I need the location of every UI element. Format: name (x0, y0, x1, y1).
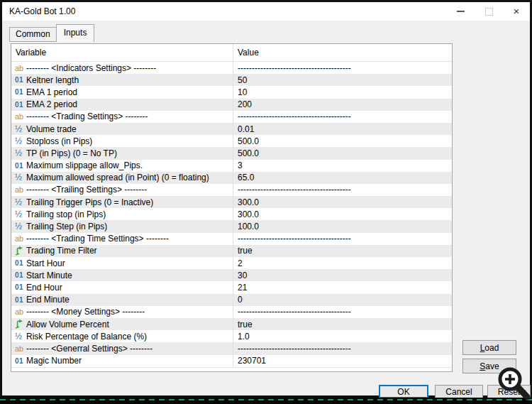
column-header-value[interactable]: Value (233, 44, 452, 61)
table-row[interactable]: 01 EMA 1 period 10 (11, 86, 452, 98)
table-row[interactable]: ½ Stoploss (in Pips) 500.0 (11, 135, 452, 147)
variable-value[interactable]: 500.0 (233, 147, 452, 159)
table-row[interactable]: 01 Magic Number 230701 (11, 355, 452, 367)
variable-value[interactable]: 0 (233, 294, 452, 306)
variable-value[interactable]: 300.0 (233, 208, 452, 220)
variable-cell[interactable]: ½ Trailing Step (in Pips) (11, 220, 233, 232)
variable-value[interactable]: 1.0 (233, 330, 452, 342)
variable-cell[interactable]: 01 Magic Number (11, 355, 233, 367)
variable-cell[interactable]: 01 Start Minute (11, 269, 233, 281)
variable-value[interactable]: ---------------------------------------- (233, 111, 452, 123)
table-row[interactable]: ½ TP (in Pips) (0 = No TP) 500.0 (11, 147, 452, 159)
string-type-icon: ab (15, 307, 26, 316)
table-row[interactable]: Allow Volume Percent true (11, 318, 452, 330)
variable-cell[interactable]: ½ TP (in Pips) (0 = No TP) (11, 147, 233, 159)
variable-value[interactable]: 10 (233, 86, 452, 98)
string-type-icon: ab (15, 344, 26, 353)
variable-cell[interactable]: ½ Volume trade (11, 123, 233, 135)
variable-cell[interactable]: ab -------- <Trading Settings> -------- (11, 111, 233, 123)
variable-value[interactable]: 30 (233, 269, 452, 281)
ok-button[interactable]: OK (379, 385, 428, 398)
table-row[interactable]: ab -------- <Trailing Settings> --------… (11, 184, 452, 196)
variable-value[interactable]: 3 (233, 160, 452, 172)
title-bar[interactable]: KA-Gold Bot 1.00 × (2, 2, 530, 21)
table-row[interactable]: 01 End Minute 0 (11, 294, 452, 306)
variable-cell[interactable]: Trading Time Filter (11, 245, 233, 257)
table-row[interactable]: 01 End Hour 21 (11, 281, 452, 293)
double-type-icon: ½ (15, 222, 26, 231)
double-type-icon: ½ (15, 148, 26, 158)
variable-value[interactable]: 21 (233, 281, 452, 293)
variable-cell[interactable]: ½ Trailing stop (in Pips) (11, 208, 233, 220)
variable-value[interactable]: ---------------------------------------- (233, 342, 452, 354)
table-row[interactable]: ab -------- <Trading Settings> -------- … (11, 111, 452, 123)
table-row[interactable]: ab -------- <Trading Time Settings> ----… (11, 233, 452, 245)
table-row[interactable]: 01 EMA 2 period 200 (11, 99, 452, 111)
table-row[interactable]: ½ Risk Percentage of Balance (%) 1.0 (11, 330, 452, 342)
string-type-icon: ab (15, 185, 26, 194)
variable-cell[interactable]: ab -------- <Trading Time Settings> ----… (11, 233, 233, 245)
table-row[interactable]: ½ Volume trade 0.01 (11, 123, 452, 135)
table-row[interactable]: 01 Maximum slippage allow_Pips. 3 (11, 160, 452, 172)
minimize-button[interactable] (447, 2, 474, 21)
variable-cell[interactable]: ab -------- <Indicators Settings> ------… (11, 62, 233, 74)
maximize-button[interactable] (475, 2, 503, 21)
load-button[interactable]: Load (462, 340, 516, 355)
variable-cell[interactable]: 01 End Minute (11, 294, 233, 306)
variable-value[interactable]: 200 (233, 99, 452, 111)
window-title: KA-Gold Bot 1.00 (9, 6, 75, 16)
variable-value[interactable]: ---------------------------------------- (233, 62, 452, 74)
variable-name: Trailing stop (in Pips) (26, 209, 106, 219)
tab-common[interactable]: Common (9, 27, 57, 42)
variable-cell[interactable]: ½ Stoploss (in Pips) (11, 135, 233, 147)
table-row[interactable]: ab -------- <Indicators Settings> ------… (11, 62, 452, 74)
tab-bar: Common Inputs (9, 25, 94, 42)
table-row[interactable]: ½ Trailing stop (in Pips) 300.0 (11, 208, 452, 220)
variable-value[interactable]: true (233, 245, 452, 257)
table-row[interactable]: Trading Time Filter true (11, 245, 452, 257)
variable-value[interactable]: 2 (233, 257, 452, 269)
variable-cell[interactable]: 01 Keltner length (11, 74, 233, 86)
variable-value[interactable]: ---------------------------------------- (233, 306, 452, 318)
variable-value[interactable]: true (233, 318, 452, 330)
variable-cell[interactable]: 01 EMA 2 period (11, 99, 233, 111)
variable-cell[interactable]: ½ Trailing Trigger Pips (0 = Inactive) (11, 196, 233, 208)
table-body: ab -------- <Indicators Settings> ------… (11, 62, 452, 368)
tab-inputs[interactable]: Inputs (56, 24, 95, 42)
variable-value[interactable]: 0.01 (233, 123, 452, 135)
variable-cell[interactable]: 01 EMA 1 period (11, 86, 233, 98)
variable-cell[interactable]: ab -------- <Money Settings> -------- (11, 306, 233, 318)
table-row[interactable]: ½ Trailing Step (in Pips) 100.0 (11, 220, 452, 232)
variable-value[interactable]: 500.0 (233, 135, 452, 147)
table-row[interactable]: 01 Start Hour 2 (11, 257, 452, 269)
variable-value[interactable]: 100.0 (233, 220, 452, 232)
table-row[interactable]: ½ Trailing Trigger Pips (0 = Inactive) 3… (11, 196, 452, 208)
variable-cell[interactable]: Allow Volume Percent (11, 318, 233, 330)
table-row[interactable]: 01 Start Minute 30 (11, 269, 452, 281)
close-button[interactable]: × (503, 2, 530, 21)
table-row[interactable]: ab -------- <Generral Settings> --------… (11, 342, 452, 354)
variable-value[interactable]: 300.0 (233, 196, 452, 208)
variable-value[interactable]: 50 (233, 74, 452, 86)
variable-cell[interactable]: 01 End Hour (11, 281, 233, 293)
variable-value[interactable]: ---------------------------------------- (233, 233, 452, 245)
integer-type-icon: 01 (15, 357, 26, 365)
variable-cell[interactable]: ½ Maximum allowed spread (in Point) (0 =… (11, 172, 233, 184)
variable-cell[interactable]: 01 Start Hour (11, 257, 233, 269)
variable-cell[interactable]: ab -------- <Trailing Settings> -------- (11, 184, 233, 196)
double-type-icon: ½ (15, 197, 26, 207)
integer-type-icon: 01 (15, 162, 26, 170)
table-row[interactable]: ab -------- <Money Settings> -------- --… (11, 306, 452, 318)
column-header-variable[interactable]: Variable (11, 44, 233, 61)
cancel-button[interactable]: Cancel (435, 385, 483, 398)
variable-name: -------- <Trailing Settings> -------- (26, 185, 147, 195)
variable-name: Start Minute (26, 271, 72, 280)
variable-cell[interactable]: ½ Risk Percentage of Balance (%) (11, 330, 233, 342)
variable-value[interactable]: 65.0 (233, 172, 452, 184)
variable-cell[interactable]: 01 Maximum slippage allow_Pips. (11, 160, 233, 172)
variable-value[interactable]: ---------------------------------------- (233, 184, 452, 196)
table-row[interactable]: ½ Maximum allowed spread (in Point) (0 =… (11, 172, 452, 184)
variable-cell[interactable]: ab -------- <Generral Settings> -------- (11, 342, 233, 354)
variable-value[interactable]: 230701 (233, 355, 452, 367)
table-row[interactable]: 01 Keltner length 50 (11, 74, 452, 86)
